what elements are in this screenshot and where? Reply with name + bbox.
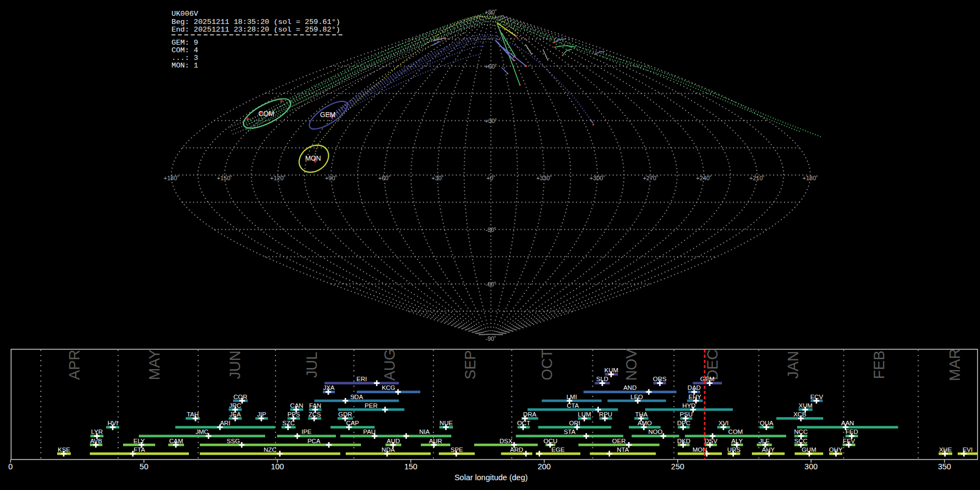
svg-text:STA: STA [564,428,575,435]
svg-text:+120˚: +120˚ [270,175,285,181]
svg-text:AUD: AUD [387,438,400,444]
svg-text:COM: 4: COM: 4 [171,46,198,54]
svg-text:JLE: JLE [759,438,770,444]
svg-text:SEP: SEP [462,350,479,379]
svg-text:ARI: ARI [220,420,230,426]
svg-text:OHY: OHY [829,446,843,453]
svg-text:EVI: EVI [963,446,973,453]
svg-text:SSG: SSG [226,438,240,444]
svg-text:OER: OER [612,438,626,444]
svg-text:JEA: JEA [229,411,241,418]
svg-text:RPU: RPU [599,411,612,418]
svg-text:DSV: DSV [705,438,718,444]
svg-text:+240˚: +240˚ [696,175,711,181]
svg-text:FTA: FTA [134,446,145,453]
svg-text:MAR: MAR [947,348,963,381]
svg-text:PCA: PCA [308,438,321,444]
svg-text:NOO: NOO [648,428,663,435]
svg-text:DSX: DSX [499,438,512,444]
svg-text:+90˚: +90˚ [485,9,497,15]
svg-text:300: 300 [805,462,818,471]
svg-text:GEM: GEM [320,111,335,119]
svg-text:FEV: FEV [843,438,855,444]
svg-text:PSU: PSU [680,411,693,418]
svg-text:EGE: EGE [552,446,565,453]
svg-text:JAN: JAN [785,351,801,378]
svg-text:ECV: ECV [810,394,823,400]
svg-text:LYR: LYR [91,428,103,435]
svg-text:COM: COM [258,110,274,118]
svg-text:+210˚: +210˚ [749,175,764,181]
svg-text:DRA: DRA [523,411,537,418]
svg-text:+180˚: +180˚ [803,175,818,181]
svg-text:OCU: OCU [543,438,558,444]
svg-text:ELY: ELY [133,438,145,444]
svg-text:GEM: GEM [700,376,714,382]
svg-text:GEM: 9: GEM: 9 [171,39,198,47]
svg-text:KCG: KCG [382,384,395,391]
svg-text:GUM: GUM [801,446,816,453]
svg-text:OCT: OCT [539,350,555,381]
svg-text:MON: 1: MON: 1 [171,62,198,70]
svg-text:LUM: LUM [578,411,591,418]
svg-text:CAN: CAN [290,402,303,409]
svg-text:+60˚: +60˚ [378,175,390,181]
svg-text:150: 150 [404,462,417,471]
svg-text:OCT: OCT [517,420,530,426]
svg-text:IPE: IPE [302,428,312,435]
svg-text:AAN: AAN [841,420,854,426]
svg-text:Solar longitude (deg): Solar longitude (deg) [455,473,528,482]
svg-text:UK006V: UK006V [171,10,199,18]
svg-text:CAP: CAP [346,420,359,426]
svg-text:PAU: PAU [363,428,376,435]
svg-text:100: 100 [271,462,284,471]
svg-text:HVI: HVI [107,420,118,426]
svg-text:JIP: JIP [257,411,266,418]
svg-text:THA: THA [635,411,648,418]
svg-text:HYD: HYD [682,402,695,409]
svg-text:+180˚: +180˚ [163,175,179,181]
svg-text:NOV: NOV [623,349,640,381]
svg-text:50: 50 [139,462,148,471]
svg-text:DAD: DAD [688,384,701,391]
svg-text:+90˚: +90˚ [325,175,337,181]
svg-text:EHY: EHY [688,394,701,400]
svg-text:NZC: NZC [264,446,277,453]
svg-text:FAN: FAN [309,402,321,409]
svg-text:AUG: AUG [382,349,398,381]
svg-text:JUN: JUN [227,351,243,379]
svg-text:PPS: PPS [287,411,300,418]
svg-text:End: 20251211 23:28:20 (sol =: End: 20251211 23:28:20 (sol = 259.82°) [171,26,340,34]
svg-text:JUL: JUL [304,352,320,378]
svg-text:-60˚: -60˚ [486,281,497,287]
svg-text:CAM: CAM [169,438,183,444]
svg-text:+60˚: +60˚ [485,63,497,70]
svg-text:NTA: NTA [617,446,629,453]
svg-text:AND: AND [623,384,636,391]
svg-text:+30˚: +30˚ [432,175,444,181]
svg-text:ZCS: ZCS [309,411,321,418]
svg-text:XHE: XHE [939,446,952,453]
svg-text:0: 0 [8,462,13,471]
svg-text:MON: MON [305,155,321,162]
svg-text:DKD: DKD [677,438,690,444]
svg-text:COM: COM [728,428,743,435]
svg-text:XCB: XCB [793,411,806,418]
svg-text:ERI: ERI [357,376,367,382]
svg-text:KSE: KSE [58,446,70,453]
svg-text:TAH: TAH [187,411,199,418]
svg-text:ARD: ARD [510,446,523,453]
svg-text:AVB: AVB [90,438,102,444]
svg-text:+330˚: +330˚ [536,175,552,181]
svg-text:SZC: SZC [283,420,295,426]
svg-text:GDR: GDR [338,411,352,418]
svg-text:350: 350 [938,462,951,471]
svg-text:DPC: DPC [677,420,690,426]
svg-text:LMI: LMI [566,394,577,400]
svg-text:+270˚: +270˚ [643,175,658,181]
svg-text:-30˚: -30˚ [486,226,497,233]
svg-text:SCC: SCC [794,438,807,444]
svg-text:NCC: NCC [794,428,808,435]
svg-text:NIA: NIA [419,428,430,435]
svg-text:ORS: ORS [653,376,666,382]
